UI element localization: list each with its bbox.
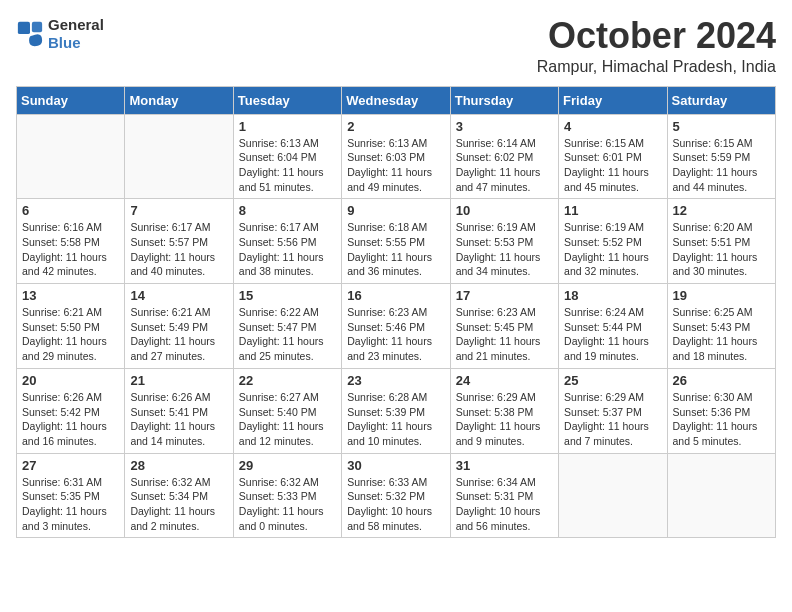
calendar-cell: 9Sunrise: 6:18 AMSunset: 5:55 PMDaylight… bbox=[342, 199, 450, 284]
day-info-line: Daylight: 11 hours and 25 minutes. bbox=[239, 334, 336, 363]
day-info-line: Daylight: 11 hours and 0 minutes. bbox=[239, 504, 336, 533]
calendar-body: 1Sunrise: 6:13 AMSunset: 6:04 PMDaylight… bbox=[17, 114, 776, 538]
weekday-header-sunday: Sunday bbox=[17, 86, 125, 114]
day-info-line: Sunrise: 6:24 AM bbox=[564, 305, 661, 320]
calendar-cell: 31Sunrise: 6:34 AMSunset: 5:31 PMDayligh… bbox=[450, 453, 558, 538]
logo: General Blue bbox=[16, 16, 104, 52]
day-info-line: Sunset: 5:51 PM bbox=[673, 235, 770, 250]
calendar-cell: 12Sunrise: 6:20 AMSunset: 5:51 PMDayligh… bbox=[667, 199, 775, 284]
day-info-line: Sunset: 5:49 PM bbox=[130, 320, 227, 335]
day-info-line: Sunrise: 6:17 AM bbox=[239, 220, 336, 235]
calendar-cell: 7Sunrise: 6:17 AMSunset: 5:57 PMDaylight… bbox=[125, 199, 233, 284]
day-number: 11 bbox=[564, 203, 661, 218]
day-info-line: Sunrise: 6:26 AM bbox=[22, 390, 119, 405]
day-info-line: Sunset: 5:43 PM bbox=[673, 320, 770, 335]
day-info-line: Daylight: 11 hours and 42 minutes. bbox=[22, 250, 119, 279]
calendar-cell: 26Sunrise: 6:30 AMSunset: 5:36 PMDayligh… bbox=[667, 368, 775, 453]
calendar-cell: 17Sunrise: 6:23 AMSunset: 5:45 PMDayligh… bbox=[450, 284, 558, 369]
day-info-line: Sunset: 5:31 PM bbox=[456, 489, 553, 504]
day-number: 23 bbox=[347, 373, 444, 388]
weekday-header-saturday: Saturday bbox=[667, 86, 775, 114]
weekday-header-friday: Friday bbox=[559, 86, 667, 114]
day-info-line: Daylight: 11 hours and 12 minutes. bbox=[239, 419, 336, 448]
calendar-cell: 21Sunrise: 6:26 AMSunset: 5:41 PMDayligh… bbox=[125, 368, 233, 453]
main-title: October 2024 bbox=[537, 16, 776, 56]
day-info-line: Daylight: 11 hours and 16 minutes. bbox=[22, 419, 119, 448]
day-info-line: Sunset: 5:56 PM bbox=[239, 235, 336, 250]
calendar-table: SundayMondayTuesdayWednesdayThursdayFrid… bbox=[16, 86, 776, 539]
day-info-line: Sunset: 5:45 PM bbox=[456, 320, 553, 335]
logo-icon bbox=[16, 20, 44, 48]
day-info-line: Sunrise: 6:21 AM bbox=[130, 305, 227, 320]
calendar-cell: 29Sunrise: 6:32 AMSunset: 5:33 PMDayligh… bbox=[233, 453, 341, 538]
day-info-line: Daylight: 10 hours and 58 minutes. bbox=[347, 504, 444, 533]
day-number: 14 bbox=[130, 288, 227, 303]
day-info-line: Daylight: 11 hours and 40 minutes. bbox=[130, 250, 227, 279]
week-row-2: 6Sunrise: 6:16 AMSunset: 5:58 PMDaylight… bbox=[17, 199, 776, 284]
day-info-line: Sunset: 5:37 PM bbox=[564, 405, 661, 420]
day-info-line: Daylight: 11 hours and 14 minutes. bbox=[130, 419, 227, 448]
weekday-header-thursday: Thursday bbox=[450, 86, 558, 114]
day-info-line: Daylight: 11 hours and 45 minutes. bbox=[564, 165, 661, 194]
day-number: 6 bbox=[22, 203, 119, 218]
day-info-line: Sunrise: 6:28 AM bbox=[347, 390, 444, 405]
calendar-cell: 4Sunrise: 6:15 AMSunset: 6:01 PMDaylight… bbox=[559, 114, 667, 199]
calendar-cell: 1Sunrise: 6:13 AMSunset: 6:04 PMDaylight… bbox=[233, 114, 341, 199]
day-info-line: Daylight: 11 hours and 38 minutes. bbox=[239, 250, 336, 279]
day-number: 16 bbox=[347, 288, 444, 303]
day-number: 5 bbox=[673, 119, 770, 134]
day-info-line: Sunrise: 6:23 AM bbox=[456, 305, 553, 320]
day-info-line: Daylight: 11 hours and 34 minutes. bbox=[456, 250, 553, 279]
weekday-row: SundayMondayTuesdayWednesdayThursdayFrid… bbox=[17, 86, 776, 114]
day-number: 24 bbox=[456, 373, 553, 388]
day-info-line: Sunrise: 6:22 AM bbox=[239, 305, 336, 320]
day-number: 31 bbox=[456, 458, 553, 473]
day-number: 27 bbox=[22, 458, 119, 473]
header: General Blue October 2024 Rampur, Himach… bbox=[16, 16, 776, 76]
day-info-line: Sunrise: 6:32 AM bbox=[130, 475, 227, 490]
calendar-cell: 3Sunrise: 6:14 AMSunset: 6:02 PMDaylight… bbox=[450, 114, 558, 199]
day-info-line: Sunset: 5:35 PM bbox=[22, 489, 119, 504]
day-info-line: Sunset: 6:02 PM bbox=[456, 150, 553, 165]
day-number: 15 bbox=[239, 288, 336, 303]
day-info-line: Sunset: 5:52 PM bbox=[564, 235, 661, 250]
day-info-line: Sunrise: 6:21 AM bbox=[22, 305, 119, 320]
day-info-line: Sunset: 5:33 PM bbox=[239, 489, 336, 504]
day-info-line: Sunrise: 6:15 AM bbox=[564, 136, 661, 151]
day-number: 19 bbox=[673, 288, 770, 303]
day-info-line: Daylight: 11 hours and 49 minutes. bbox=[347, 165, 444, 194]
day-number: 3 bbox=[456, 119, 553, 134]
day-info-line: Daylight: 11 hours and 36 minutes. bbox=[347, 250, 444, 279]
day-info-line: Sunset: 5:42 PM bbox=[22, 405, 119, 420]
day-info-line: Sunrise: 6:33 AM bbox=[347, 475, 444, 490]
day-info-line: Sunrise: 6:13 AM bbox=[239, 136, 336, 151]
day-number: 17 bbox=[456, 288, 553, 303]
day-number: 10 bbox=[456, 203, 553, 218]
day-info-line: Sunrise: 6:34 AM bbox=[456, 475, 553, 490]
day-info-line: Daylight: 11 hours and 9 minutes. bbox=[456, 419, 553, 448]
title-area: October 2024 Rampur, Himachal Pradesh, I… bbox=[537, 16, 776, 76]
day-info-line: Sunrise: 6:19 AM bbox=[564, 220, 661, 235]
day-info-line: Daylight: 11 hours and 29 minutes. bbox=[22, 334, 119, 363]
calendar-cell: 11Sunrise: 6:19 AMSunset: 5:52 PMDayligh… bbox=[559, 199, 667, 284]
calendar-cell: 16Sunrise: 6:23 AMSunset: 5:46 PMDayligh… bbox=[342, 284, 450, 369]
day-number: 28 bbox=[130, 458, 227, 473]
day-info-line: Sunrise: 6:14 AM bbox=[456, 136, 553, 151]
day-info-line: Sunset: 5:59 PM bbox=[673, 150, 770, 165]
day-info-line: Daylight: 11 hours and 47 minutes. bbox=[456, 165, 553, 194]
day-info-line: Daylight: 11 hours and 32 minutes. bbox=[564, 250, 661, 279]
calendar-cell: 5Sunrise: 6:15 AMSunset: 5:59 PMDaylight… bbox=[667, 114, 775, 199]
day-number: 7 bbox=[130, 203, 227, 218]
day-info-line: Sunrise: 6:15 AM bbox=[673, 136, 770, 151]
day-info-line: Sunset: 6:03 PM bbox=[347, 150, 444, 165]
subtitle: Rampur, Himachal Pradesh, India bbox=[537, 58, 776, 76]
day-number: 18 bbox=[564, 288, 661, 303]
day-info-line: Sunset: 5:40 PM bbox=[239, 405, 336, 420]
calendar-cell: 15Sunrise: 6:22 AMSunset: 5:47 PMDayligh… bbox=[233, 284, 341, 369]
day-info-line: Sunset: 5:32 PM bbox=[347, 489, 444, 504]
day-number: 2 bbox=[347, 119, 444, 134]
calendar-cell: 13Sunrise: 6:21 AMSunset: 5:50 PMDayligh… bbox=[17, 284, 125, 369]
day-info-line: Sunset: 5:39 PM bbox=[347, 405, 444, 420]
day-info-line: Sunrise: 6:27 AM bbox=[239, 390, 336, 405]
calendar-cell: 23Sunrise: 6:28 AMSunset: 5:39 PMDayligh… bbox=[342, 368, 450, 453]
